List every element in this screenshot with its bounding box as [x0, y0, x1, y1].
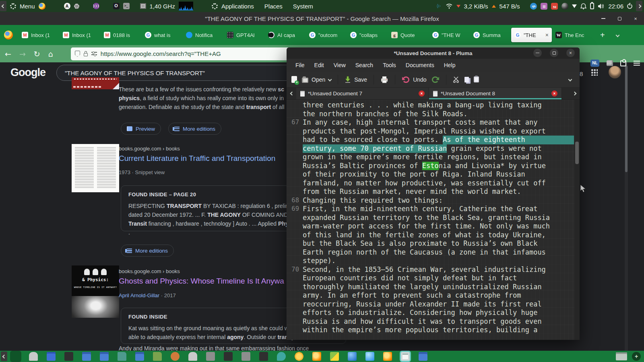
- taskbar-item-dark[interactable]: [64, 352, 73, 361]
- taskbar-item-folder2[interactable]: [153, 352, 162, 361]
- minimize-button[interactable]: [601, 16, 606, 21]
- firefox-tab[interactable]: G"collaps: [347, 28, 388, 42]
- hamburger-menu-icon[interactable]: [634, 61, 640, 66]
- url-text[interactable]: https://www.google.com/search?q="THE+AG: [101, 50, 221, 57]
- save-button[interactable]: Save: [345, 76, 367, 83]
- minimize-button[interactable]: [533, 49, 542, 57]
- open-button[interactable]: Open: [302, 76, 331, 83]
- qbittorrent-tray-icon[interactable]: qb: [530, 3, 537, 10]
- more-editions-button[interactable]: More editions: [168, 123, 221, 135]
- book-cover-thumbnail[interactable]: & Physics: WHOSE TIMELINE IS IT ANYWAY?: [72, 265, 119, 318]
- taskbar-item-win[interactable]: [135, 352, 144, 361]
- book-thumbnail[interactable]: [72, 144, 119, 192]
- menu-tools[interactable]: Tools: [379, 60, 400, 70]
- menu-search[interactable]: Search: [351, 60, 377, 70]
- taskbar-item-win[interactable]: [100, 352, 109, 361]
- redo-icon[interactable]: [431, 76, 440, 83]
- battery-icon[interactable]: [590, 3, 594, 9]
- tab-close-icon[interactable]: ×: [419, 90, 425, 97]
- preview-button[interactable]: Preview: [121, 123, 161, 135]
- taskbar-item-fox[interactable]: [312, 352, 321, 361]
- taskbar-item-ball[interactable]: [348, 352, 357, 361]
- firefox-tab[interactable]: AI capa: [265, 28, 305, 42]
- avatar[interactable]: [609, 66, 621, 78]
- gear-icon[interactable]: [74, 4, 79, 9]
- firefox-tab[interactable]: MInbox (1: [19, 28, 59, 42]
- taskbar-item-win[interactable]: [82, 352, 91, 361]
- taskbar-item-dark[interactable]: [224, 352, 233, 361]
- translate-extension-icon[interactable]: NL: [590, 60, 599, 67]
- terminal-icon[interactable]: >_: [123, 3, 130, 9]
- google-logo[interactable]: Google: [10, 66, 45, 79]
- taskbar-item-fox[interactable]: [383, 352, 392, 361]
- forward-button[interactable]: →: [19, 49, 26, 58]
- pluma-titlebar[interactable]: *Unsaved Document 8 - Pluma ×: [287, 47, 580, 59]
- tor-browser-icon[interactable]: O: [113, 3, 120, 9]
- result-breadcrumb[interactable]: books.google.com › books: [119, 146, 180, 152]
- list-all-tabs-icon[interactable]: [615, 33, 619, 37]
- more-editions-button[interactable]: More editions: [121, 245, 174, 257]
- clock[interactable]: 22:06: [608, 3, 623, 10]
- new-document-icon[interactable]: [291, 76, 297, 83]
- extensions-puzzle-icon[interactable]: [620, 60, 626, 66]
- power-icon[interactable]: [627, 4, 632, 9]
- taskbar-item-ball2[interactable]: [365, 352, 374, 361]
- taskbar-item-chart[interactable]: [330, 352, 339, 361]
- firefox-tab[interactable]: MInbox (1: [60, 28, 100, 42]
- home-button[interactable]: ⌂: [48, 49, 53, 58]
- menu-file[interactable]: File: [291, 60, 309, 70]
- system-menu[interactable]: System: [293, 3, 313, 10]
- tab-close-icon[interactable]: ×: [545, 32, 549, 38]
- taskbar-item-orange[interactable]: [171, 352, 180, 361]
- maximize-button[interactable]: [617, 16, 622, 21]
- print-icon[interactable]: [380, 76, 388, 83]
- editor-text[interactable]: three centuries . . . while making a ban…: [287, 101, 574, 335]
- paste-icon[interactable]: [474, 76, 479, 82]
- audio-app-tray-icon[interactable]: |||: [541, 3, 547, 10]
- document-tab[interactable]: *Unsaved Document 8×: [429, 88, 562, 99]
- applications-menu[interactable]: Applications: [221, 3, 254, 10]
- author-link[interactable]: April Arnold-Gillar: [119, 292, 159, 298]
- search-tool-icon[interactable]: A: [64, 3, 70, 9]
- close-button[interactable]: ×: [633, 16, 638, 21]
- close-button[interactable]: ×: [566, 49, 575, 57]
- menu-button[interactable]: Menu: [20, 3, 35, 10]
- taskbar-item-folder[interactable]: [118, 352, 126, 361]
- taskbar-item-dark[interactable]: [259, 352, 268, 361]
- page-scrollbar[interactable]: [625, 62, 628, 351]
- new-tab-button[interactable]: +: [600, 31, 605, 40]
- search-query[interactable]: "THE AGONY OF THE PHYSICS OF TRANSPORT": [65, 70, 205, 76]
- editor-scrollbar[interactable]: [574, 100, 580, 340]
- firefox-tab[interactable]: G"THE W: [429, 28, 470, 42]
- toolbar-overflow-icon[interactable]: [568, 78, 572, 82]
- tracking-protection-shield-icon[interactable]: [75, 51, 80, 57]
- places-menu[interactable]: Places: [264, 3, 283, 10]
- editor-area[interactable]: three centuries . . . while making a ban…: [287, 100, 580, 340]
- firefox-tab[interactable]: G"outcom: [306, 28, 347, 42]
- tampermonkey-extension-icon[interactable]: [607, 60, 613, 66]
- reload-button[interactable]: ↻: [34, 49, 40, 58]
- book-thumbnail-partial[interactable]: [72, 77, 119, 89]
- panel-collapse-right-button[interactable]: [636, 1, 642, 11]
- taskbar-item-star[interactable]: [295, 352, 303, 361]
- wifi-icon[interactable]: [446, 3, 453, 9]
- panel-collapse-left-button[interactable]: [0, 1, 6, 11]
- firefox-tab[interactable]: Notifica: [183, 28, 223, 42]
- firefox-tab[interactable]: Gwhat is: [142, 28, 182, 42]
- taskbar-item-doc[interactable]: [47, 352, 56, 361]
- firefox-tab[interactable]: G"THE×: [511, 28, 552, 42]
- taskbar-item-ghost[interactable]: [188, 352, 197, 361]
- firefox-titlebar[interactable]: "THE AGONY OF THE PHYSICS OF TRANSPORT" …: [0, 12, 644, 25]
- result-title-link[interactable]: Current Literature in Traffic and Transp…: [119, 154, 275, 163]
- taskbar-item-drop[interactable]: [277, 352, 286, 361]
- firefox-tab[interactable]: WThe Enc: [552, 28, 593, 42]
- result-breadcrumb[interactable]: books.google.com › books: [119, 268, 180, 274]
- permissions-icon[interactable]: [91, 52, 97, 56]
- tab-scroll-left-button[interactable]: [287, 88, 296, 99]
- firefox-tab[interactable]: gQuote: [388, 28, 429, 42]
- taskbar-item-grey[interactable]: [242, 352, 250, 361]
- triangle-tray-icon[interactable]: [572, 4, 577, 8]
- dark-orb-tray-icon[interactable]: [561, 3, 568, 10]
- cut-icon[interactable]: [453, 76, 460, 83]
- firefox-launcher-icon[interactable]: [39, 3, 45, 10]
